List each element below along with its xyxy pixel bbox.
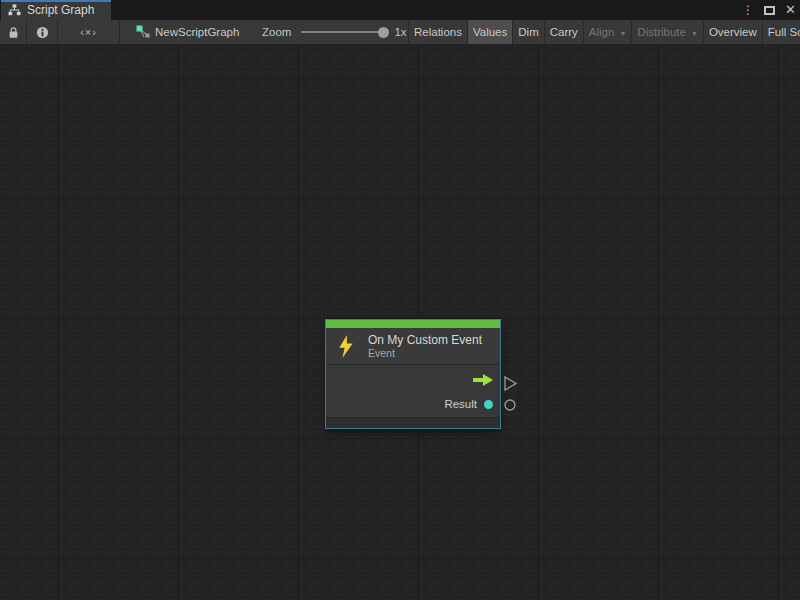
- node-event-accent-bar: [326, 320, 500, 328]
- node-subtitle: Event: [368, 347, 482, 359]
- node-header-text: On My Custom Event Event: [368, 333, 482, 359]
- tab-script-graph[interactable]: Script Graph: [1, 0, 111, 20]
- lock-button[interactable]: [0, 20, 27, 44]
- flow-output-row: [326, 365, 500, 391]
- distribute-dropdown[interactable]: Distribute ▼: [631, 20, 703, 44]
- relations-button[interactable]: Relations: [408, 20, 467, 44]
- result-value-port[interactable]: [484, 400, 493, 409]
- active-tab-indicator: [1, 0, 111, 2]
- chevron-down-icon: ▼: [691, 30, 698, 37]
- info-icon: [36, 26, 49, 39]
- window-close-icon[interactable]: ✕: [785, 0, 796, 20]
- zoom-slider-track[interactable]: [301, 31, 389, 33]
- graph-name-label: NewScriptGraph: [155, 26, 239, 38]
- zoom-slider[interactable]: [301, 20, 389, 44]
- node-footer: [326, 417, 500, 428]
- graph-toolbar: ‹×› NewScriptGraph Zoom 1x Relations: [0, 20, 800, 45]
- zoom-value: 1x: [394, 26, 406, 38]
- chevron-down-icon: ▼: [619, 30, 626, 37]
- code-icon: ‹×›: [80, 26, 97, 38]
- zoom-slider-handle[interactable]: [378, 27, 389, 38]
- lock-icon: [8, 26, 19, 39]
- dim-button[interactable]: Dim: [512, 20, 543, 44]
- window-menu-icon[interactable]: ⋮: [742, 0, 754, 20]
- result-port-label: Result: [444, 398, 477, 410]
- node-on-my-custom-event[interactable]: On My Custom Event Event Result: [325, 319, 501, 429]
- toolbar-left-group: ‹×›: [0, 20, 120, 44]
- carry-button[interactable]: Carry: [544, 20, 583, 44]
- external-port-handles: [501, 371, 527, 415]
- info-button[interactable]: [27, 20, 58, 44]
- tab-label: Script Graph: [27, 3, 94, 17]
- script-graph-asset-icon: [136, 25, 150, 39]
- graph-reference[interactable]: NewScriptGraph: [136, 20, 239, 44]
- toolbar-toggle-group: Relations Values Dim Carry Align ▼ Distr…: [408, 20, 800, 44]
- tab-bar: Script Graph ⋮ ✕: [0, 0, 800, 20]
- window-maximize-icon[interactable]: [764, 6, 775, 15]
- node-title: On My Custom Event: [368, 333, 482, 347]
- zoom-label: Zoom: [262, 26, 291, 38]
- node-header[interactable]: On My Custom Event Event: [326, 328, 500, 365]
- code-preview-button[interactable]: ‹×›: [58, 20, 120, 44]
- values-button[interactable]: Values: [467, 20, 512, 44]
- result-output-row: Result: [326, 391, 500, 417]
- full-screen-button[interactable]: Full Screen: [762, 20, 800, 44]
- lightning-bolt-icon: [337, 335, 355, 358]
- zoom-control: Zoom 1x: [262, 20, 407, 44]
- overview-button[interactable]: Overview: [703, 20, 762, 44]
- window-controls: ⋮ ✕: [742, 0, 796, 20]
- flow-output-arrow-icon[interactable]: [473, 374, 493, 386]
- script-graph-window: Script Graph ⋮ ✕: [0, 0, 800, 600]
- value-connection-port[interactable]: [505, 400, 515, 410]
- align-dropdown[interactable]: Align ▼: [583, 20, 632, 44]
- flow-connection-port[interactable]: [505, 377, 516, 390]
- graph-hierarchy-icon: [8, 4, 21, 16]
- graph-canvas[interactable]: On My Custom Event Event Result: [0, 45, 800, 600]
